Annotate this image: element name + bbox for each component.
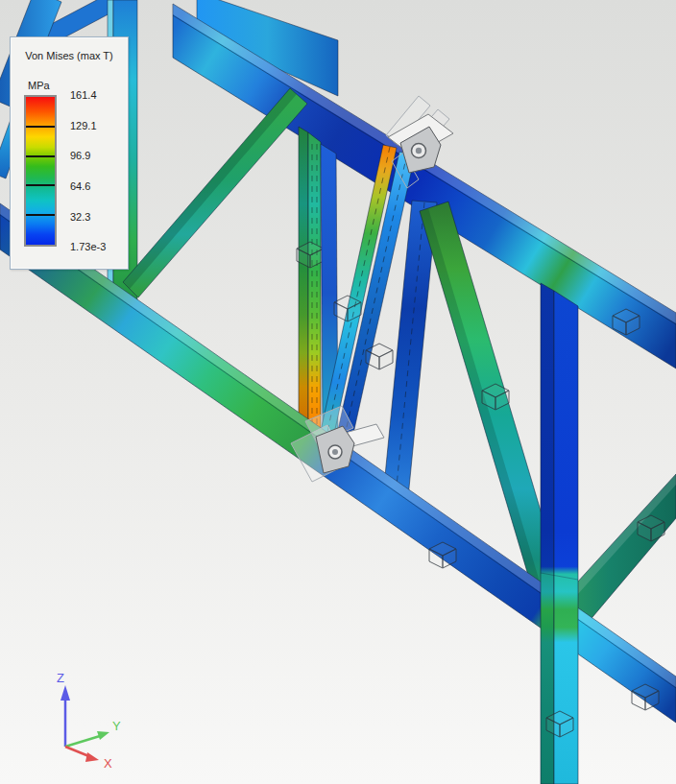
legend-value: 64.6 [70, 180, 128, 192]
column-front-face[interactable] [554, 291, 578, 784]
legend-value: 161.4 [70, 89, 128, 101]
y-arrowhead [97, 731, 109, 740]
viewport[interactable]: Von Mises (max T) MPa 161.4 129.1 96.9 6… [0, 0, 676, 784]
z-arrowhead [60, 685, 70, 701]
post-left-face [299, 127, 308, 438]
legend-colorbar [24, 95, 57, 247]
x-arrowhead [85, 752, 99, 762]
z-axis-label: Z [57, 671, 64, 685]
stress-legend: Von Mises (max T) MPa 161.4 129.1 96.9 6… [10, 36, 129, 270]
legend-value: 32.3 [70, 211, 128, 223]
legend-value: 129.1 [70, 120, 128, 131]
legend-title: Von Mises (max T) [11, 50, 128, 61]
legend-tick [26, 126, 55, 128]
legend-value: 96.9 [70, 150, 128, 161]
post-front-face[interactable] [308, 132, 321, 441]
diagonal-face[interactable] [123, 88, 307, 297]
column-left-face [541, 283, 554, 784]
bolt-hole [416, 148, 422, 154]
y-axis [65, 736, 100, 747]
right-column[interactable] [541, 283, 578, 784]
legend-tick [26, 155, 55, 157]
diagonal-shade [123, 88, 297, 289]
panel-diagonal-left[interactable] [123, 88, 307, 297]
x-axis-label: X [104, 756, 112, 771]
bolt-hole [332, 449, 338, 455]
legend-tick [26, 184, 55, 186]
mid-post-high-stress[interactable] [299, 127, 321, 441]
orientation-triad: Z Y X [19, 656, 134, 776]
legend-unit: MPa [28, 80, 50, 91]
y-axis-label: Y [112, 719, 121, 733]
legend-tick [26, 214, 55, 216]
legend-value: 1.73e-3 [70, 241, 128, 252]
